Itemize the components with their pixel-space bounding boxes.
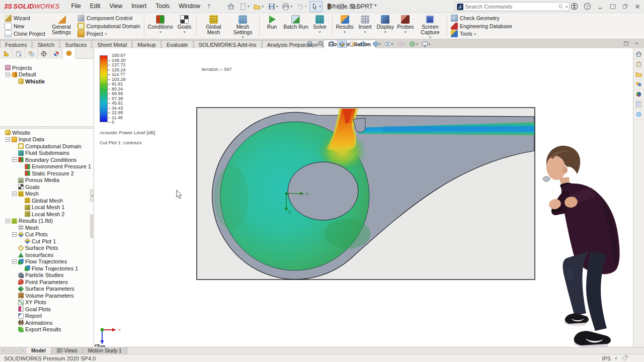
tree-item-xy-plots[interactable]: XY Plots <box>1 299 93 306</box>
tree-item-flow-trajectories-1[interactable]: Flow Trajectories 1 <box>1 265 93 272</box>
panel-collapse-icon[interactable]: ◂ <box>90 190 94 202</box>
help-icon[interactable]: ? <box>584 3 591 10</box>
panel-tab-display-manager[interactable] <box>50 48 63 59</box>
tab-model[interactable]: Model <box>26 347 51 354</box>
appearances-button[interactable]: ▾ <box>395 40 407 48</box>
tree-item-report[interactable]: Report <box>1 313 93 320</box>
task-pane-scene-button[interactable] <box>634 89 644 100</box>
probes-button[interactable]: Probes▾ <box>397 14 414 38</box>
search-commands-box[interactable]: ▾ <box>455 2 570 11</box>
expander-icon[interactable] <box>12 259 17 264</box>
check-geometry-button[interactable]: Check Geometry <box>451 15 512 22</box>
clone-project-button[interactable]: Clone Project <box>5 30 45 37</box>
tree-item-default[interactable]: Default <box>1 71 93 78</box>
open-button[interactable]: ▾ <box>252 1 265 12</box>
caret-down-icon[interactable]: ▾ <box>319 5 321 8</box>
expander-icon[interactable] <box>12 157 17 162</box>
close-icon[interactable] <box>634 3 641 10</box>
tree-item-flow-trajectories[interactable]: Flow Trajectories <box>1 258 93 265</box>
results-button[interactable]: Results▾ <box>336 14 354 38</box>
select-cursor-button[interactable]: ▾ <box>309 1 323 12</box>
menu-file[interactable]: File <box>66 0 85 13</box>
home-button[interactable] <box>225 1 236 12</box>
menu-edit[interactable]: Edit <box>86 0 105 13</box>
tree-item-local-mesh-1[interactable]: Local Mesh 1 <box>1 204 93 211</box>
menu-insert[interactable]: Insert <box>127 0 151 13</box>
collapse-ribbon-button[interactable] <box>633 40 640 47</box>
panel-splitter[interactable] <box>0 126 94 129</box>
caret-down-icon[interactable]: ▾ <box>159 30 162 34</box>
caret-down-icon[interactable]: ▾ <box>404 42 406 46</box>
task-pane-appearances-button[interactable] <box>634 79 644 89</box>
restore-icon[interactable] <box>622 3 628 10</box>
caret-down-icon[interactable]: ▾ <box>344 30 346 34</box>
caret-down-icon[interactable]: ▾ <box>384 30 386 34</box>
computational-domain-button[interactable]: Computational Domain <box>77 23 140 30</box>
save-button[interactable]: ▾ <box>266 1 280 12</box>
tree-item-volume-parameters[interactable]: Volume Parameters <box>1 292 93 299</box>
options-window-icon[interactable] <box>609 3 616 10</box>
minimize-icon[interactable] <box>597 3 604 10</box>
task-pane-custom-properties-button[interactable] <box>634 100 644 110</box>
tree-item-export-results[interactable]: Export Results <box>1 326 93 333</box>
caret-down-icon[interactable]: ▾ <box>474 32 476 36</box>
tab-motion-study-1[interactable]: Motion Study 1 <box>83 347 127 354</box>
conditions-button[interactable]: Conditions▾ <box>148 14 173 38</box>
zoom-fit-button[interactable] <box>305 40 315 48</box>
tab-surfaces[interactable]: Surfaces <box>60 40 92 48</box>
print-button[interactable]: ▾ <box>280 1 294 12</box>
fullscreen-button[interactable] <box>623 40 629 47</box>
caret-down-icon[interactable]: ▾ <box>105 32 107 36</box>
tab-evaluate[interactable]: Evaluate <box>162 40 193 48</box>
tab-markup[interactable]: Markup <box>132 40 161 48</box>
caret-down-icon[interactable]: ▾ <box>367 42 369 46</box>
tab-solidworks-add-ins[interactable]: SOLIDWORKS Add-Ins <box>194 40 262 48</box>
tree-item-goals[interactable]: Goals <box>1 184 93 191</box>
run-button[interactable]: Run <box>263 14 280 38</box>
expander-icon[interactable] <box>12 192 17 196</box>
tree-item-fluid-subdomains[interactable]: Fluid Subdomains <box>1 150 93 157</box>
caret-down-icon[interactable]: ▾ <box>184 30 186 34</box>
tree-item-porous-media[interactable]: Porous Media <box>1 177 93 184</box>
caret-down-icon[interactable]: ▾ <box>242 35 244 39</box>
tree-item-environment-pressure-1[interactable]: Environment Pressure 1 <box>1 163 93 170</box>
screen-capture-button[interactable]: Screen Capture▾ <box>417 14 443 38</box>
project-button[interactable]: Project▾ <box>77 30 140 37</box>
tree-item-whistle[interactable]: Whistle <box>1 129 93 136</box>
user-account-icon[interactable] <box>571 3 578 10</box>
caret-down-icon[interactable]: ▾ <box>416 42 418 46</box>
zoom-area-button[interactable] <box>316 40 326 48</box>
tree-item-global-mesh[interactable]: Global Mesh <box>1 197 93 204</box>
caret-down-icon[interactable]: ▾ <box>364 30 366 34</box>
search-input[interactable] <box>465 4 556 10</box>
expander-icon[interactable] <box>6 219 10 223</box>
tab-features[interactable]: Features <box>0 40 32 48</box>
tree-item-mesh[interactable]: Mesh <box>1 224 93 231</box>
tree-item-cut-plot-1[interactable]: Cut Plot 1 <box>1 238 93 245</box>
tree-item-surface-plots[interactable]: Surface Plots <box>1 245 93 252</box>
hide-show-button[interactable]: ▾ <box>383 40 394 48</box>
tree-item-boundary-conditions[interactable]: Boundary Conditions <box>1 156 93 163</box>
task-pane-design-library-button[interactable] <box>634 69 644 79</box>
tools-button[interactable]: Tools▾ <box>451 30 512 37</box>
tree-item-cut-plots[interactable]: Cut Plots <box>1 231 93 238</box>
undo-button[interactable]: ▾ <box>295 1 308 12</box>
tree-item-mesh[interactable]: Mesh <box>1 191 93 198</box>
scroll-first-button[interactable]: « <box>0 347 7 354</box>
menu-tools[interactable]: Tools <box>151 0 174 13</box>
pin-menu-icon[interactable] <box>206 3 212 10</box>
caret-down-icon[interactable]: ▾ <box>429 35 431 39</box>
goals-button[interactable]: Goals▾ <box>176 14 193 38</box>
expander-icon[interactable] <box>6 137 10 142</box>
tree-item-particle-studies[interactable]: Particle Studies <box>1 272 93 279</box>
tree-item-static-pressure-2[interactable]: Static Pressure 2 <box>1 170 93 177</box>
sketch-mode-button[interactable] <box>348 40 357 48</box>
general-settings-button[interactable]: General Settings <box>48 14 74 38</box>
task-pane-forum-button[interactable] <box>634 110 644 120</box>
component-control-button[interactable]: Component Control <box>77 15 140 22</box>
tree-item-isosurfaces[interactable]: Isosurfaces <box>1 251 93 258</box>
panel-tab-dimxpert-manager[interactable] <box>38 48 50 59</box>
menu-window[interactable]: Window <box>174 0 205 13</box>
tree-scrollbar-thumb[interactable] <box>90 214 93 238</box>
color-scale-legend[interactable]: 160.67149.20137.72126.24114.77103.2991.8… <box>100 55 175 122</box>
